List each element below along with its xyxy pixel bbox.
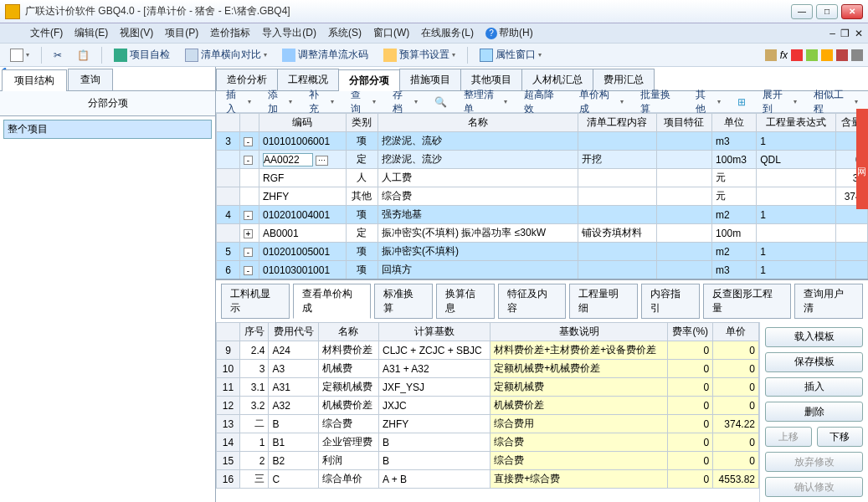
menu-project[interactable]: 项目(P) (165, 26, 198, 40)
table-row[interactable]: 92.4A24材料费价差CLJC + ZCJC + SBJC材料费价差+主材费价… (217, 341, 759, 360)
table-row[interactable]: 103A3机械费A31 + A32定额机械费+机械费价差00 (217, 360, 759, 378)
close-button[interactable]: ✕ (841, 4, 863, 19)
bottom-tab-4[interactable]: 特征及内容 (498, 284, 567, 319)
tb-other[interactable]: 其他 ▾ (691, 93, 726, 111)
menu-cost-index[interactable]: 造价指标 (210, 26, 250, 40)
btn-move-down[interactable]: 下移 (817, 427, 864, 447)
inner-minimize[interactable]: – (829, 28, 835, 39)
budget-button[interactable]: 预算书设置▾ (378, 46, 460, 64)
selfcheck-button[interactable]: 项目自检 (109, 46, 175, 64)
table-row[interactable]: RGF人人工费元32 (217, 169, 868, 187)
tool-icon-5[interactable] (836, 49, 848, 61)
maximize-button[interactable]: □ (816, 4, 838, 19)
left-header: 分部分项 (0, 91, 215, 116)
window-title: 广联达计价软件 GBQ4.0 - [清单计价 - 猪舍 - E:\猪舍.GBQ4… (25, 4, 791, 18)
menu-system[interactable]: 系统(S) (328, 26, 362, 40)
tool-icon-6[interactable] (851, 49, 863, 61)
tb-tree-icon[interactable]: ⊞ (732, 93, 751, 111)
table-row[interactable]: 6-010103001001项回填方m31 (217, 261, 868, 279)
tab-project-structure[interactable]: 项目结构 (2, 69, 67, 91)
table-row[interactable]: 152B2利润B综合费00 (217, 452, 759, 470)
table-row[interactable]: +AB0001定振冲密实(不填料) 振冲器功率 ≤30kW铺设夯填材料100m (217, 224, 868, 243)
left-panel: 项目结构 查询 分部分项 整个项目 (0, 67, 216, 502)
doc-icon (185, 49, 198, 62)
table-row[interactable]: ZHFY其他综合费元374. (217, 187, 868, 206)
tb-arrange[interactable]: 整理清单 ▾ (459, 93, 513, 111)
table-row[interactable]: 123.2A32机械费价差JXJC机械费价差00 (217, 397, 759, 415)
tb-supplement[interactable]: 补充 ▾ (304, 93, 339, 111)
minimize-button[interactable]: — (791, 4, 813, 19)
menu-import-export[interactable]: 导入导出(D) (262, 26, 316, 40)
table-row[interactable]: 141B1企业管理费B综合费00 (217, 433, 759, 452)
tb-expand[interactable]: 展开到 ▾ (758, 93, 802, 111)
menu-online[interactable]: 在线服务(L) (421, 26, 474, 40)
bottom-tab-5[interactable]: 工程量明细 (569, 284, 638, 319)
table-row[interactable]: 3-010101006001项挖淤泥、流砂m31 (217, 132, 868, 151)
btn-load-template[interactable]: 载入模板 (765, 327, 863, 347)
menu-help[interactable]: ?帮助(H) (485, 26, 533, 40)
table-row[interactable]: 4-010201004001项强夯地基m21 (217, 206, 868, 224)
tb-overheight[interactable]: 超高降效 (519, 93, 568, 111)
bottom-tab-3[interactable]: 换算信息 (436, 284, 495, 319)
tb-similar[interactable]: 相似工程 ▾ (809, 93, 863, 111)
tb-binoculars-icon[interactable]: 🔍 (429, 93, 452, 111)
expand-icon[interactable]: - (244, 211, 253, 220)
inner-close[interactable]: ✕ (855, 28, 863, 39)
bottom-tab-1[interactable]: 查看单价构成 (293, 284, 372, 319)
btn-confirm[interactable]: 确认修改 (765, 477, 863, 497)
help-icon: ? (485, 28, 497, 39)
tool-icon-3[interactable] (806, 49, 818, 61)
expand-icon[interactable]: - (244, 248, 253, 257)
bottom-tab-0[interactable]: 工料机显示 (221, 284, 290, 319)
adjust-button[interactable]: 调整清单流水码 (277, 46, 373, 64)
side-buttons: 载入模板 保存模板 插入 删除 上移 下移 放弃修改 确认修改 (759, 322, 868, 502)
menu-logo-icon (5, 27, 18, 40)
compare-button[interactable]: 清单横向对比▾ (180, 46, 272, 64)
tool-icon-fx[interactable]: fx (780, 49, 788, 61)
menu-file[interactable]: 文件(F) (30, 26, 63, 40)
subtab-2[interactable]: 分部分项 (338, 69, 400, 91)
bottom-tab-2[interactable]: 标准换算 (374, 284, 433, 319)
tab-query[interactable]: 查询 (68, 69, 113, 90)
tb-unitprice[interactable]: 单价构成 ▾ (574, 93, 629, 111)
cut-button[interactable]: ✂ (49, 46, 67, 64)
property-window-button[interactable]: 属性窗口▾ (475, 46, 547, 64)
tb-add[interactable]: 添加 ▾ (263, 93, 298, 111)
table-row[interactable]: 113.1A31定额机械费JXF_YSJ定额机械费00 (217, 378, 759, 397)
menu-view[interactable]: 视图(V) (120, 26, 153, 40)
tool-icon-4[interactable] (821, 49, 833, 61)
btn-save-template[interactable]: 保存模板 (765, 352, 863, 372)
copy-button[interactable]: 📋 (72, 46, 95, 64)
inner-restore[interactable]: ❐ (840, 28, 850, 39)
tb-query[interactable]: 查询 ▾ (346, 93, 381, 111)
code-input[interactable] (263, 153, 313, 166)
table-row[interactable]: 5-010201005001项振冲密实(不填料)m21 (217, 243, 868, 261)
table-row[interactable]: 13二B综合费ZHFY综合费用0374.22 (217, 415, 759, 433)
btn-discard[interactable]: 放弃修改 (765, 452, 863, 472)
btn-move-up[interactable]: 上移 (765, 427, 812, 447)
btn-delete[interactable]: 删除 (765, 402, 863, 422)
btn-insert[interactable]: 插入 (765, 377, 863, 397)
expand-icon[interactable]: - (244, 156, 253, 165)
menu-edit[interactable]: 编辑(E) (74, 26, 108, 40)
bottom-tab-8[interactable]: 查询用户清 (794, 284, 863, 319)
expand-icon[interactable]: - (244, 137, 253, 146)
main-grid[interactable]: 编码类别名称清单工程内容项目特征单位工程量表达式含量3-010101006001… (216, 113, 868, 280)
bottom-grid[interactable]: 序号费用代号名称计算基数基数说明费率(%)单价92.4A24材料费价差CLJC … (216, 322, 759, 489)
bottom-tab-6[interactable]: 内容指引 (641, 284, 700, 319)
expand-icon[interactable]: + (244, 229, 253, 238)
new-button[interactable]: ▾ (5, 46, 34, 64)
menu-window[interactable]: 窗口(W) (373, 26, 409, 40)
table-row[interactable]: 16三C综合单价A + B直接费+综合费04553.82 (217, 470, 759, 489)
tool-icon-1[interactable] (765, 49, 777, 61)
tb-archive[interactable]: 存档 ▾ (388, 93, 423, 111)
ellipsis-button[interactable]: ⋯ (316, 156, 328, 166)
tb-insert[interactable]: 插入 ▾ (221, 93, 256, 111)
tb-batch[interactable]: 批量换算 (635, 93, 684, 111)
right-edge-tab[interactable]: 网 (856, 109, 868, 209)
tree-root-item[interactable]: 整个项目 (3, 120, 212, 139)
tool-icon-2[interactable] (791, 49, 803, 61)
table-row[interactable]: - ⋯定挖淤泥、流沙开挖100m3QDL0. (217, 151, 868, 169)
bottom-tab-7[interactable]: 反查图形工程量 (703, 284, 792, 319)
expand-icon[interactable]: - (244, 266, 253, 275)
